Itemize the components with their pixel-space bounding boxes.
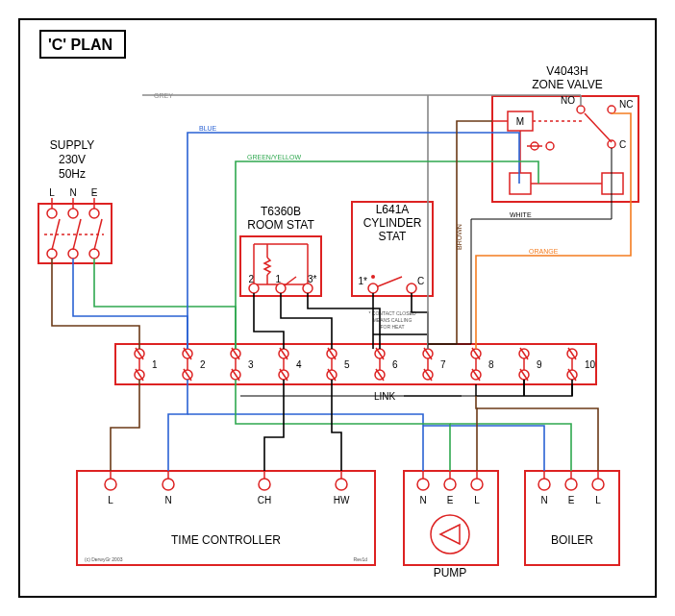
svg-point-23 (577, 106, 585, 113)
pump-E: E (447, 495, 454, 505)
svg-point-87 (105, 479, 116, 490)
cylstat-note2: MEANS CALLING (373, 317, 412, 323)
timectrl-label: TIME CONTROLLER (171, 533, 281, 547)
title-text: 'C' PLAN (48, 37, 112, 53)
svg-point-99 (471, 479, 483, 490)
wire-blue-label: BLUE (199, 125, 217, 132)
cylstat-label2: STAT (379, 230, 408, 243)
svg-point-91 (259, 479, 270, 490)
supply-bot-L (47, 249, 57, 259)
svg-point-14 (249, 283, 259, 293)
boiler-label: BOILER (551, 533, 593, 547)
junction-9: 9 (537, 359, 542, 370)
zonevalve-label: ZONE VALVE (532, 78, 603, 91)
cylstat-label1: CYLINDER (363, 216, 422, 230)
roomstat-t3: 3* (308, 274, 317, 284)
supply-N: N (69, 187, 76, 198)
cylstat-t1: 1* (359, 276, 368, 286)
supply-voltage: 230V (59, 153, 86, 166)
timectrl-CH: CH (258, 495, 271, 505)
supply-top-L (47, 209, 57, 218)
boiler-L: L (595, 495, 601, 505)
wire-brown-label: BROWN (456, 224, 462, 250)
timectrl-N: N (164, 495, 171, 505)
wire-white-label: WHITE (510, 211, 532, 218)
timectrl-L: L (108, 495, 113, 505)
svg-point-16 (303, 283, 312, 293)
junction-7: 7 (440, 359, 446, 370)
svg-point-20 (371, 275, 375, 279)
svg-point-18 (368, 283, 378, 293)
junction-8: 8 (488, 359, 494, 370)
roomstat-t1: 1 (275, 274, 281, 284)
boiler-E: E (568, 495, 575, 505)
pump-label: PUMP (434, 566, 467, 579)
svg-point-97 (444, 479, 456, 490)
svg-point-19 (407, 283, 416, 293)
cylstat-note3: FOR HEAT (381, 324, 405, 330)
junction-2: 2 (200, 359, 206, 370)
timectrl-rev: Rev1d (354, 556, 368, 562)
zonevalve-M: M (516, 116, 524, 127)
supply-E: E (91, 187, 98, 198)
boiler-N: N (540, 495, 547, 505)
svg-point-102 (538, 479, 550, 490)
junction-4: 4 (296, 359, 302, 370)
junction-1: 1 (152, 359, 158, 370)
junction-10: 10 (585, 359, 596, 370)
svg-point-106 (592, 479, 604, 490)
supply-top-E (89, 209, 99, 218)
cylstat-model: L641A (376, 203, 410, 216)
supply-freq: 50Hz (59, 167, 86, 181)
roomstat-t2: 2 (248, 274, 254, 284)
junction-3: 3 (248, 359, 254, 370)
supply-bot-N (68, 249, 78, 259)
zonevalve-NO: NO (561, 95, 575, 106)
supply-bot-E (89, 249, 99, 259)
pump-L: L (474, 495, 480, 505)
wire-gy-label: GREEN/YELLOW (247, 154, 301, 160)
svg-point-95 (417, 479, 429, 490)
svg-point-24 (608, 106, 615, 113)
roomstat-model: T6360B (261, 205, 301, 218)
roomstat-label: ROOM STAT (247, 218, 314, 232)
junction-5: 5 (344, 359, 350, 370)
svg-point-93 (336, 479, 347, 490)
svg-point-15 (276, 283, 286, 293)
wiring-diagram: 'C' PLAN SUPPLY 230V 50Hz L N E T6360B R… (0, 0, 675, 616)
supply-top-N (68, 209, 78, 218)
timectrl-copy: (c) DerwyGr 2003 (85, 556, 123, 562)
cylstat-tC: C (417, 276, 424, 286)
zonevalve-model: V4043H (546, 64, 588, 78)
zonevalve-NC: NC (619, 99, 633, 110)
junction-6: 6 (392, 359, 398, 370)
wire-orange-label: ORANGE (529, 248, 559, 255)
cylstat-note1: * CONTACT CLOSED (369, 310, 416, 316)
svg-point-89 (162, 479, 174, 490)
supply-label: SUPPLY (50, 138, 94, 152)
zonevalve-C: C (619, 139, 626, 150)
svg-point-104 (565, 479, 577, 490)
timectrl-HW: HW (334, 495, 350, 505)
pump-N: N (419, 495, 426, 505)
supply-L: L (49, 187, 55, 198)
